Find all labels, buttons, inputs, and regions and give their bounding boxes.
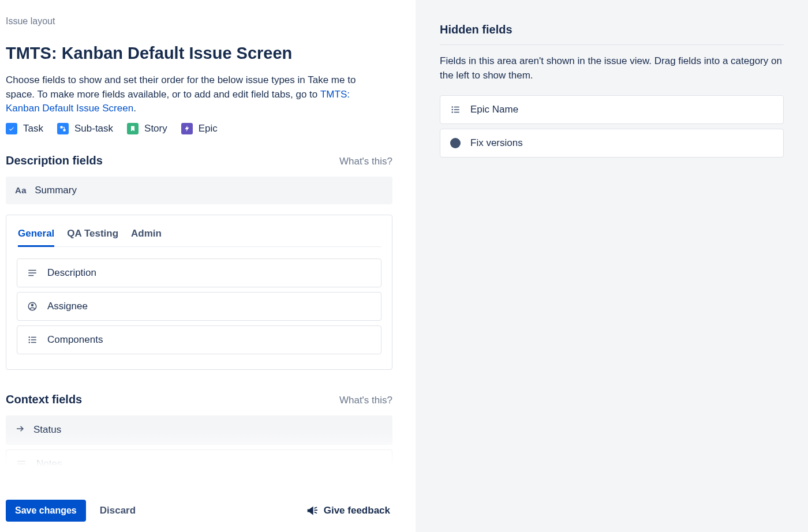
field-epic-name[interactable]: Epic Name (440, 95, 784, 124)
issue-types-row: Task Sub-task Story (6, 123, 410, 134)
svg-rect-0 (60, 126, 62, 128)
svg-rect-4 (28, 275, 33, 276)
svg-rect-14 (17, 463, 25, 464)
svg-point-6 (31, 304, 34, 306)
field-label: Components (47, 334, 103, 346)
issue-type-story: Story (127, 123, 167, 134)
issue-type-label: Sub-task (74, 123, 113, 134)
subtask-icon (57, 123, 69, 134)
page-title: TMTS: Kanban Default Issue Screen (6, 44, 410, 63)
section-heading: Context fields (6, 393, 82, 406)
svg-rect-15 (17, 466, 23, 467)
svg-rect-1 (63, 129, 65, 131)
tab-admin[interactable]: Admin (131, 228, 162, 247)
breadcrumb[interactable]: Issue layout (6, 16, 410, 27)
save-button[interactable]: Save changes (6, 500, 86, 522)
give-feedback-button[interactable]: Give feedback (306, 505, 404, 516)
svg-point-8 (29, 339, 30, 340)
list-icon (27, 334, 38, 346)
field-label: Summary (35, 185, 77, 196)
svg-rect-13 (17, 461, 25, 462)
field-label: Epic Name (470, 104, 518, 115)
field-label: Notes (36, 458, 62, 470)
section-heading: Description fields (6, 154, 103, 167)
svg-rect-12 (31, 342, 36, 343)
text-field-icon: Aa (15, 185, 27, 195)
context-fields-header: Context fields What's this? (6, 393, 410, 406)
hidden-fields-description: Fields in this area aren't shown in the … (440, 54, 784, 83)
intro-body: Choose fields to show and set their orde… (6, 74, 356, 100)
field-tabs: General QA Testing Admin (17, 228, 381, 247)
status-locked-field: Status (6, 415, 392, 445)
description-tabs-card: General QA Testing Admin Description (6, 215, 392, 370)
svg-rect-2 (28, 270, 36, 271)
task-icon (6, 123, 17, 134)
issue-type-label: Task (23, 123, 43, 134)
context-field-list: Status Notes Reporter (6, 415, 392, 492)
footer-bar: Save changes Discard Give feedback (6, 492, 410, 532)
hidden-field-list: Epic Name Fix versions (440, 95, 784, 158)
svg-point-7 (29, 336, 30, 338)
field-label: Assignee (47, 301, 88, 312)
chevron-down-circle-icon (450, 137, 461, 149)
svg-rect-22 (454, 110, 459, 111)
issue-type-label: Epic (199, 123, 218, 134)
svg-point-20 (452, 112, 453, 113)
megaphone-icon (306, 505, 318, 516)
person-icon (27, 301, 38, 312)
issue-type-label: Story (144, 123, 167, 134)
intro-text: Choose fields to show and set their orde… (6, 73, 375, 116)
list-icon (450, 104, 461, 115)
story-icon (127, 123, 139, 134)
intro-period: . (133, 103, 136, 114)
issue-type-task: Task (6, 123, 43, 134)
epic-icon (181, 123, 193, 134)
svg-point-9 (29, 342, 30, 343)
svg-point-18 (452, 107, 453, 108)
field-assignee[interactable]: Assignee (17, 292, 381, 321)
svg-rect-23 (454, 112, 459, 113)
feedback-label: Give feedback (324, 505, 390, 516)
svg-rect-3 (28, 272, 36, 274)
discard-button[interactable]: Discard (100, 505, 136, 516)
field-notes[interactable]: Notes (6, 449, 392, 478)
tab-general[interactable]: General (18, 228, 54, 247)
issue-type-epic: Epic (181, 123, 218, 134)
description-whats-this[interactable]: What's this? (339, 156, 392, 167)
issue-type-subtask: Sub-task (57, 123, 113, 134)
arrow-right-icon (15, 424, 25, 437)
field-description[interactable]: Description (17, 258, 381, 287)
svg-rect-11 (31, 339, 36, 340)
field-reporter[interactable]: Reporter (6, 483, 392, 492)
tab-qa-testing[interactable]: QA Testing (67, 228, 118, 247)
description-field-list: Description Assignee Components (17, 258, 381, 354)
paragraph-icon (16, 458, 27, 470)
svg-rect-10 (31, 337, 36, 338)
field-label: Status (33, 424, 61, 436)
paragraph-icon (27, 267, 38, 279)
field-label: Description (47, 267, 96, 279)
description-fields-header: Description fields What's this? (6, 154, 410, 167)
svg-rect-21 (454, 107, 459, 108)
summary-locked-field: Aa Summary (6, 177, 392, 204)
svg-point-19 (452, 109, 453, 110)
hidden-fields-heading: Hidden fields (440, 23, 784, 45)
context-whats-this[interactable]: What's this? (339, 395, 392, 406)
field-components[interactable]: Components (17, 325, 381, 354)
field-fix-versions[interactable]: Fix versions (440, 129, 784, 158)
field-label: Fix versions (470, 137, 523, 149)
hidden-fields-panel: Hidden fields Fields in this area aren't… (416, 0, 808, 532)
